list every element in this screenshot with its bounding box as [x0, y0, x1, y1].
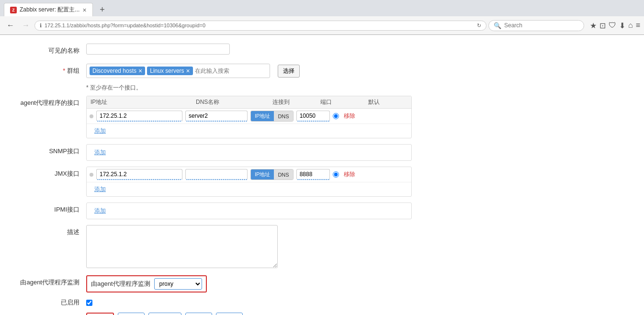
sync-icon[interactable]: ⊡ — [599, 21, 606, 30]
jmx-dns-input[interactable] — [185, 169, 248, 180]
group-label: 群组 — [10, 64, 86, 75]
description-label: 描述 — [10, 225, 86, 236]
full-clone-button[interactable]: 全克隆 — [148, 313, 181, 315]
jmx-default-radio[interactable] — [333, 171, 339, 178]
tag-label: Linux servers — [150, 68, 184, 74]
visible-name-label: 可见的名称 — [10, 44, 86, 55]
delete-button[interactable]: 删除 — [185, 313, 212, 315]
jmx-connect-dns-btn[interactable]: DNS — [274, 169, 293, 180]
jmx-interface-row-0: IP地址 DNS 移除 — [87, 167, 411, 182]
proxy-section-label-inner: 由agent代理程序监测 — [91, 280, 150, 288]
search-icon: 🔍 — [494, 22, 501, 29]
header-connect: 连接到 — [272, 98, 311, 106]
browser-tab[interactable]: Z Zabbix server: 配置主... × — [4, 3, 93, 16]
forward-button: → — [19, 19, 33, 32]
ipmi-add-link[interactable]: 添加 — [90, 205, 110, 217]
proxy-section-border: 由agent代理程序监测 proxy (无代理) — [86, 275, 207, 292]
new-tab-button[interactable]: + — [96, 3, 109, 16]
download-icon[interactable]: ⬇ — [619, 21, 625, 30]
back-button[interactable]: ← — [4, 19, 17, 32]
jmx-label: JMX接口 — [10, 167, 86, 178]
refresh-button[interactable]: ↻ — [477, 22, 481, 29]
proxy-row: 由agent代理程序监测 由agent代理程序监测 proxy (无代理) — [10, 275, 634, 292]
bookmark-icon[interactable]: ★ — [590, 21, 597, 30]
tag-remove-discovered[interactable]: × — [138, 68, 142, 74]
agent-interface-row-0: IP地址 DNS 移除 — [87, 109, 411, 124]
agent-remove-link[interactable]: 移除 — [344, 112, 355, 120]
tag-label: Discovered hosts — [92, 68, 136, 74]
enabled-label: 已启用 — [10, 298, 86, 307]
agent-add-link[interactable]: 添加 — [90, 125, 110, 137]
proxy-label: 由agent代理程序监测 — [10, 275, 86, 287]
enabled-row: 已启用 — [10, 298, 634, 307]
search-bar[interactable]: 🔍 — [488, 20, 584, 31]
browser-toolbar-icons: ★ ⊡ 🛡 ⬇ ⌂ ≡ — [590, 21, 640, 30]
agent-field: IP地址 DNS名称 连接到 端口 默认 IP地址 DNS — [86, 96, 634, 138]
jmx-interface-row: JMX接口 IP地址 DNS 移除 — [10, 167, 634, 197]
snmp-section: 添加 — [86, 144, 412, 161]
group-select-button[interactable]: 选择 — [278, 65, 300, 78]
header-dns: DNS名称 — [196, 98, 263, 106]
group-row: 群组 Discovered hosts × Linux servers × — [10, 64, 634, 78]
form-container: 可见的名称 群组 Discovered hosts × Linux server… — [0, 40, 644, 315]
update-button[interactable]: 更新 — [86, 313, 114, 315]
shield-icon[interactable]: 🛡 — [609, 21, 616, 30]
agent-interface-section: IP地址 DNS名称 连接到 端口 默认 IP地址 DNS — [86, 96, 412, 138]
jmx-field: IP地址 DNS 移除 添加 — [86, 167, 634, 197]
visible-name-field — [86, 44, 634, 55]
jmx-connect-ip-btn[interactable]: IP地址 — [251, 169, 274, 180]
tab-close-btn[interactable]: × — [82, 6, 86, 14]
proxy-select[interactable]: proxy (无代理) — [154, 278, 202, 290]
tag-linux-servers[interactable]: Linux servers × — [147, 67, 193, 75]
enabled-checkbox[interactable] — [86, 300, 92, 306]
jmx-port-input[interactable] — [296, 169, 330, 180]
agent-dns-input[interactable] — [185, 111, 248, 122]
description-row: 描述 — [10, 225, 634, 270]
group-tags-container[interactable]: Discovered hosts × Linux servers × — [86, 64, 270, 78]
jmx-add-link[interactable]: 添加 — [90, 183, 110, 195]
url-bar[interactable]: ℹ 172.25.1.1/zabbix/hosts.php?form=updat… — [34, 21, 486, 31]
url-text: 172.25.1.1/zabbix/hosts.php?form=update&… — [45, 22, 474, 28]
agent-label: agent代理程序的接口 — [10, 96, 86, 107]
ipmi-interface-row: IPMI接口 添加 — [10, 202, 634, 219]
search-input[interactable] — [504, 22, 562, 29]
connect-ip-btn[interactable]: IP地址 — [251, 111, 274, 121]
header-port: 端口 — [320, 98, 359, 106]
action-buttons: 更新 克隆 全克隆 删除 取消 — [86, 313, 634, 315]
page-content: 可见的名称 群组 Discovered hosts × Linux server… — [0, 35, 644, 315]
agent-port-input[interactable] — [296, 111, 330, 122]
ipmi-section: 添加 — [86, 202, 412, 219]
description-textarea[interactable] — [86, 225, 278, 268]
interface-bullet — [90, 114, 93, 118]
address-bar: ← → ℹ 172.25.1.1/zabbix/hosts.php?form=u… — [0, 16, 644, 34]
cancel-button[interactable]: 取消 — [216, 313, 243, 315]
clone-button[interactable]: 克隆 — [118, 313, 145, 315]
visible-name-row: 可见的名称 — [10, 44, 634, 58]
jmx-connect-group: IP地址 DNS — [250, 169, 294, 180]
tag-discovered-hosts[interactable]: Discovered hosts × — [90, 67, 145, 75]
jmx-ip-input[interactable] — [96, 169, 182, 180]
group-search-input[interactable] — [195, 68, 267, 74]
snmp-field: 添加 — [86, 144, 634, 161]
group-field: Discovered hosts × Linux servers × 选择 — [86, 64, 634, 78]
snmp-label: SNMP接口 — [10, 144, 86, 156]
agent-interface-row: agent代理程序的接口 IP地址 DNS名称 连接到 端口 默认 — [10, 96, 634, 138]
menu-icon[interactable]: ≡ — [636, 21, 640, 30]
tag-remove-linux[interactable]: × — [186, 68, 190, 74]
connect-dns-btn[interactable]: DNS — [274, 111, 293, 121]
visible-name-input[interactable] — [86, 44, 230, 55]
min-interface-warning: * 至少存在一个接口。 — [86, 84, 634, 92]
jmx-remove-link[interactable]: 移除 — [344, 170, 355, 179]
snmp-interface-row: SNMP接口 添加 — [10, 144, 634, 161]
ipmi-label: IPMI接口 — [10, 202, 86, 214]
tab-title: Zabbix server: 配置主... — [20, 6, 79, 14]
jmx-bullet — [90, 173, 93, 177]
snmp-add-link[interactable]: 添加 — [90, 146, 110, 158]
description-field — [86, 225, 634, 270]
home-icon[interactable]: ⌂ — [628, 21, 633, 30]
browser-chrome: Z Zabbix server: 配置主... × + ← → ℹ 172.25… — [0, 0, 644, 35]
agent-ip-input[interactable] — [96, 111, 182, 122]
header-default: 默认 — [368, 98, 397, 106]
tab-bar: Z Zabbix server: 配置主... × + — [0, 0, 644, 16]
agent-default-radio[interactable] — [333, 113, 339, 119]
